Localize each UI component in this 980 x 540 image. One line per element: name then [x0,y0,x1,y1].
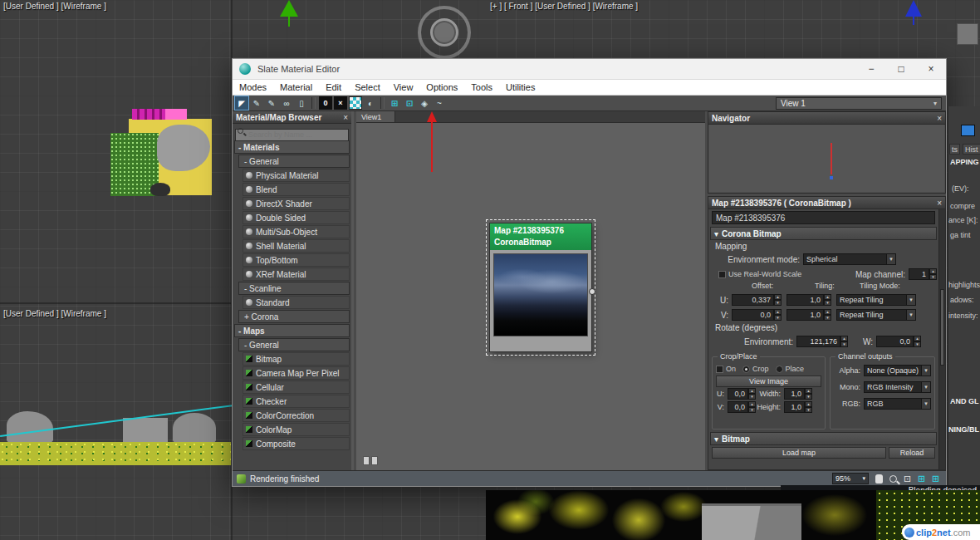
crop-width-spinner[interactable]: 1,0▴▾ [784,388,812,400]
maximize-button[interactable]: □ [886,59,916,79]
spinner-arrows[interactable]: ▴▾ [929,268,937,280]
spinner-arrows[interactable]: ▴▾ [774,309,782,321]
browser-item[interactable]: Physical Material [243,169,350,182]
spinner-arrows[interactable]: ▴▾ [805,388,812,400]
material-id-icon[interactable]: 0 [319,96,332,110]
browser-item[interactable]: Bitmap [243,352,350,366]
rotation-gizmo-icon[interactable] [418,6,471,59]
link-icon[interactable]: ∞ [280,96,293,110]
browser-item[interactable]: Cellular [243,380,350,394]
corona-bitmap-rollout[interactable]: ▾ Corona Bitmap [710,227,937,240]
browser-item[interactable]: Checker [243,395,350,408]
canvas-corner-buttons[interactable] [363,456,378,465]
crop-radio[interactable] [742,366,750,373]
menu-tools[interactable]: Tools [464,80,499,96]
delete-icon[interactable]: ▯ [295,96,308,110]
u-tiling-mode-dropdown[interactable]: Repeat Tiling ▾ [836,294,916,306]
browser-item[interactable]: Top/Bottom [243,253,350,267]
spinner-arrows[interactable]: ▴▾ [774,294,782,306]
zoom-level-dropdown[interactable]: 95% ▾ [832,473,869,484]
browser-section-header[interactable]: - Maps [234,324,350,337]
close-icon[interactable]: × [343,113,348,122]
browser-section-header[interactable]: - General [238,155,350,168]
rgb-output-dropdown[interactable]: RGB▾ [864,398,931,410]
close-icon[interactable]: × [937,199,942,208]
alpha-output-dropdown[interactable]: None (Opaque)▾ [864,365,931,376]
viewport-label[interactable]: [User Defined ] [Wireframe ] [3,2,106,11]
mono-output-dropdown[interactable]: RGB Intensity▾ [864,381,931,393]
navigator-preview[interactable] [709,125,944,192]
pick-material-icon[interactable]: ✎ [250,96,263,110]
browser-item[interactable]: Blend [243,183,350,196]
show-map-in-viewport-icon[interactable] [349,96,362,110]
assign-material-icon[interactable]: ✎ [265,96,278,110]
browser-item[interactable]: Double Sided [243,211,350,224]
w-rotate-spinner[interactable]: 0,0 ▴▾ [876,336,921,347]
cutoff-tab[interactable]: ts [949,144,960,155]
node-output-socket[interactable] [589,288,595,295]
u-offset-spinner[interactable]: 0,337 ▴▾ [732,294,782,306]
node-header[interactable]: Map #2138395376 CoronaBitmap [490,223,591,250]
spinner-arrows[interactable]: ▴▾ [914,336,921,347]
spinner-arrows[interactable]: ▴▾ [748,401,756,413]
menu-modes[interactable]: Modes [233,80,273,96]
close-icon[interactable]: × [937,114,942,123]
u-tiling-spinner[interactable]: 1,0 ▴▾ [786,294,831,306]
browser-item[interactable]: Camera Map Per Pixel [243,366,350,380]
spinner-arrows[interactable]: ▴▾ [824,294,831,306]
use-real-world-scale-checkbox[interactable] [718,271,726,278]
search-input[interactable] [235,129,349,141]
browser-item[interactable]: Standard [243,296,350,309]
close-button[interactable]: × [916,59,946,79]
corona-bitmap-node[interactable]: Map #2138395376 CoronaBitmap [489,223,592,352]
browser-item[interactable]: DirectX Shader [243,197,350,210]
browser-section-header[interactable]: - Materials [234,140,350,154]
side-panel-button[interactable] [957,23,978,45]
zoom-extents-selected-icon[interactable]: ⊞ [929,473,942,485]
node-bitmap-preview[interactable] [493,253,588,336]
show-shaded-icon[interactable]: ◐ [364,96,377,110]
environment-rotate-spinner[interactable]: 121,176 ▴▾ [796,336,848,347]
crop-v-spinner[interactable]: 0,0▴▾ [728,401,756,413]
view-selector-dropdown[interactable]: View 1 ▾ [776,97,942,110]
reload-button[interactable]: Reload [889,447,935,459]
crop-on-checkbox[interactable] [716,366,723,373]
spinner-arrows[interactable]: ▴▾ [840,336,848,347]
v-tiling-mode-dropdown[interactable]: Repeat Tiling ▾ [836,309,916,321]
show-background-icon[interactable]: × [334,96,347,110]
zoom-extents-icon[interactable]: ⊞ [915,473,928,485]
menu-utilities[interactable]: Utilities [499,80,541,96]
bitmap-rollout[interactable]: ▾ Bitmap [710,432,937,445]
window-titlebar[interactable]: Slate Material Editor − □ × [233,59,946,80]
v-offset-spinner[interactable]: 0,0 ▴▾ [732,309,782,321]
browser-item[interactable]: ColorCorrection [243,409,350,422]
cutoff-tab[interactable]: Hist [963,144,980,155]
menu-material[interactable]: Material [273,80,319,96]
viewport-label[interactable]: [+ ] [ Front ] [User Defined ] [Wirefram… [490,2,638,11]
browser-panel-header[interactable]: Material/Map Browser × [233,111,351,124]
menu-view[interactable]: View [387,80,420,96]
pan-hand-icon[interactable] [873,473,885,485]
browser-item[interactable]: ColorMap [243,423,350,436]
zoom-region-icon[interactable]: ⊡ [901,473,914,485]
pan-view-icon[interactable]: ◈ [418,96,431,110]
browser-item[interactable]: Shell Material [243,239,350,253]
zoom-tool-icon[interactable] [887,473,899,485]
browser-section-header[interactable]: - Scanline [238,282,350,295]
browser-section-header[interactable]: + Corona [238,310,350,323]
spinner-arrows[interactable]: ▴▾ [748,388,756,400]
spinner-arrows[interactable]: ▴▾ [805,401,812,413]
layout-grid-icon[interactable]: ⊞ [388,96,401,110]
spinner-arrows[interactable]: ▴▾ [824,309,831,321]
scrollbar-thumb[interactable] [940,289,944,366]
viewport-label[interactable]: [User Defined ] [Wireframe ] [3,309,106,318]
parameters-scrollbar[interactable] [938,209,945,469]
parameters-header[interactable]: Map #2138395376 ( CoronaBitmap ) × [708,197,945,209]
view-image-button[interactable]: View Image [716,376,821,387]
node-canvas[interactable]: Map #2138395376 CoronaBitmap [356,123,705,470]
layout-grid-alt-icon[interactable]: ⊡ [403,96,416,110]
menu-select[interactable]: Select [348,80,387,96]
navigator-header[interactable]: Navigator × [708,112,945,125]
v-tiling-spinner[interactable]: 1,0 ▴▾ [786,309,831,321]
browser-item[interactable]: XRef Material [243,268,350,281]
